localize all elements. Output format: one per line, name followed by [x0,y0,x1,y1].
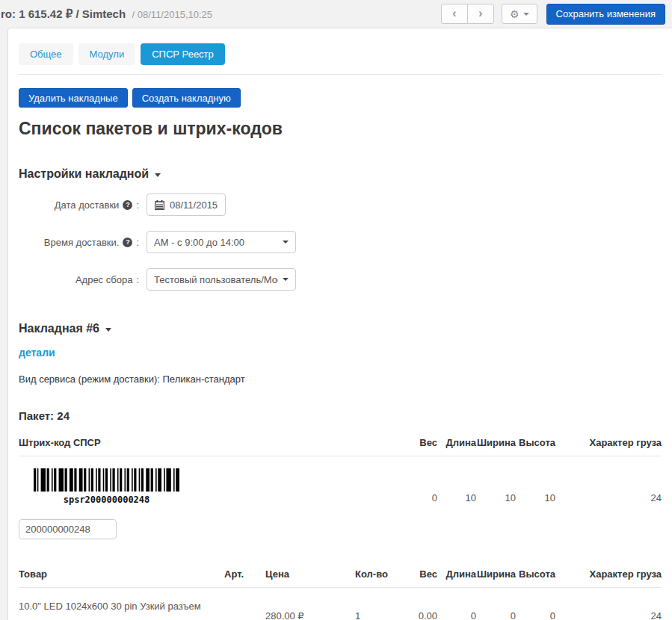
product-cargo: 24 [555,588,662,620]
product-art [224,588,265,620]
pickup-address-label-text: Адрес сбора [75,274,132,285]
next-order-button[interactable]: › [467,4,494,24]
calendar-icon [155,200,164,210]
barcode-cargo: 24 [555,456,662,540]
invoice-settings-title: Настройки накладной [19,167,149,181]
col-price: Цена [265,562,355,588]
chevron-down-icon [523,13,529,16]
delete-invoices-button[interactable]: Удалить накладные [19,88,128,108]
product-row: 10.0" LED 1024x600 30 pin Узкий разъем H… [19,588,662,620]
delivery-date-input[interactable]: 08/11/2015 [147,193,226,216]
barcode-weight: 0 [404,456,437,540]
invoice-6-toggle[interactable]: Накладная #6 [19,322,111,335]
product-length: 0 [437,588,476,620]
col-height: Высота [516,562,555,588]
col-weight: Вес [407,562,437,588]
pickup-address-value: Тестовый пользователь/Моск [154,274,278,285]
col-product: Товар [19,562,224,588]
save-changes-button[interactable]: Сохранить изменения [546,4,666,25]
tab-spsr-registry[interactable]: СПСР Реестр [141,43,225,65]
topbar-controls: ‹ › ⚙ Сохранить изменения [441,4,665,25]
delivery-time-select[interactable]: AM - с 9:00 до 14:00 [147,231,296,253]
col-weight: Вес [404,430,437,456]
caret-down-icon [155,173,161,177]
label-colon: : [136,274,139,285]
product-qty: 1 [355,588,407,620]
col-width: Ширина [476,562,516,588]
service-mode-text: Вид сервиса (режим доставки): Пеликан-ст… [19,373,662,385]
col-length: Длина [437,562,476,588]
chevron-down-icon [283,278,289,281]
delivery-date-label: Дата доставки ? : [19,199,139,211]
label-colon: : [136,199,139,211]
barcode-width: 10 [476,456,516,540]
product-height: 0 [516,588,555,620]
tab-bar: Общее Модули СПСР Реестр [19,28,662,65]
chevron-right-icon: › [478,7,483,19]
tabs-divider [19,74,662,75]
products-table-header: Товар Арт. Цена Кол-во Вес Длина Ширина … [19,562,662,588]
caret-down-icon [105,328,111,332]
barcode-table: Штрих-код СПСР Вес Длина Ширина Высота Х… [19,430,662,539]
package-title: Пакет: 24 [19,409,662,422]
invoice-6-title: Накладная #6 [19,322,99,335]
content-panel: Общее Модули СПСР Реестр Удалить накладн… [7,28,672,620]
order-total-text: ro: 1 615.42 ₽ / Simtech [1,7,126,20]
product-weight: 0.00 [407,588,437,620]
chevron-down-icon [283,241,289,244]
col-art: Арт. [224,562,265,588]
barcode-svg [34,483,179,494]
order-admin-screen: ro: 1 615.42 ₽ / Simtech / 08/11/2015,10… [0,0,672,620]
order-title: ro: 1 615.42 ₽ / Simtech / 08/11/2015,10… [1,7,212,21]
help-icon[interactable]: ? [123,238,132,247]
page-title: Список пакетов и штрих-кодов [19,119,662,139]
barcode-row: spsr200000000248 0 10 10 10 24 [19,456,662,540]
products-table: Товар Арт. Цена Кол-во Вес Длина Ширина … [19,562,662,620]
invoice-settings-toggle[interactable]: Настройки накладной [19,167,161,181]
delivery-time-value: AM - с 9:00 до 14:00 [154,237,278,248]
pickup-address-row: Адрес сбора: Тестовый пользователь/Моск [19,268,662,291]
delivery-time-label: Время доставки. ? : [19,237,139,248]
col-cargo: Характер груза [555,430,662,456]
gear-menu-button[interactable]: ⚙ [502,4,537,24]
create-invoice-button[interactable]: Создать накладную [132,88,241,108]
col-length: Длина [437,430,476,456]
delivery-date-label-text: Дата доставки [55,199,120,211]
product-name: 10.0" LED 1024x600 30 pin Узкий разъем H… [19,588,224,620]
delivery-time-row: Время доставки. ? : AM - с 9:00 до 14:00 [19,231,662,253]
pickup-address-label: Адрес сбора: [19,274,139,285]
invoice-actions: Удалить накладные Создать накладную [19,88,662,108]
barcode-table-header: Штрих-код СПСР Вес Длина Ширина Высота Х… [19,430,662,456]
invoice-details-link[interactable]: детали [19,347,55,359]
barcode-label: spsr200000000248 [34,495,179,505]
prev-order-button[interactable]: ‹ [441,4,468,24]
barcode-length: 10 [437,456,476,540]
col-cargo: Характер груза [555,562,662,588]
tab-general[interactable]: Общее [19,43,73,65]
product-price: 280.00 ₽ [265,588,355,620]
chevron-left-icon: ‹ [452,7,457,19]
barcode-input[interactable] [19,519,117,539]
tab-addons[interactable]: Модули [78,43,136,65]
delivery-date-row: Дата доставки ? : 08/11/2015 [19,193,662,216]
col-width: Ширина [476,430,516,456]
label-colon: : [136,237,139,248]
delivery-time-label-text: Время доставки. [44,237,120,248]
pickup-address-select[interactable]: Тестовый пользователь/Моск [147,268,296,291]
help-icon[interactable]: ? [123,200,132,210]
col-qty: Кол-во [355,562,407,588]
product-width: 0 [476,588,516,620]
gear-icon: ⚙ [510,9,520,19]
col-barcode: Штрих-код СПСР [19,430,404,456]
delivery-date-value: 08/11/2015 [170,199,218,211]
topbar: ro: 1 615.42 ₽ / Simtech / 08/11/2015,10… [0,0,672,28]
order-nav-group: ‹ › [441,4,494,24]
barcode-height: 10 [516,456,555,540]
col-height: Высота [516,430,555,456]
barcode-image [34,468,179,494]
order-date-text: / 08/11/2015,10:25 [132,9,212,20]
